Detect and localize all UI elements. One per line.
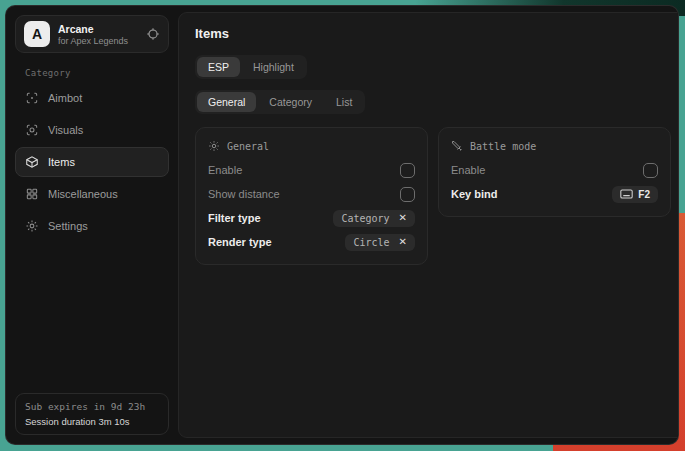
sidebar-item-visuals[interactable]: Visuals <box>15 115 169 145</box>
sidebar-item-settings[interactable]: Settings <box>15 211 169 241</box>
sidebar-category-label: Category <box>25 68 169 78</box>
sidebar: A Arcane for Apex Legends Category <box>6 6 178 444</box>
keyboard-icon <box>620 189 633 199</box>
keybind-button[interactable]: F2 <box>612 186 658 203</box>
mode-tabs: ESP Highlight <box>195 55 307 79</box>
sidebar-item-miscellaneous[interactable]: Miscellaneous <box>15 179 169 209</box>
enable-checkbox[interactable] <box>400 163 415 178</box>
sub-tabs: General Category List <box>195 90 365 114</box>
app-meta: Arcane for Apex Legends <box>58 23 128 46</box>
tab-category[interactable]: Category <box>258 92 323 112</box>
setting-label: Show distance <box>208 188 280 200</box>
setting-label: Enable <box>451 164 485 176</box>
setting-label: Filter type <box>208 212 261 224</box>
card-title: Battle mode <box>470 141 536 152</box>
show-distance-checkbox[interactable] <box>400 187 415 202</box>
sidebar-item-aimbot[interactable]: Aimbot <box>15 83 169 113</box>
card-battle-mode: Battle mode Enable Key bind <box>438 127 671 217</box>
items-package-icon <box>25 155 39 169</box>
subscription-info-card: Sub expires in 9d 23h Session duration 3… <box>15 393 169 435</box>
setting-row-enable: Enable <box>451 158 658 182</box>
selected-value: Circle <box>353 237 389 248</box>
sidebar-item-items[interactable]: Items <box>15 147 169 177</box>
card-title: General <box>227 141 269 152</box>
crosshair-icon[interactable] <box>146 27 160 41</box>
tab-general[interactable]: General <box>197 92 256 112</box>
sidebar-item-label: Items <box>48 156 75 168</box>
setting-row-show-distance: Show distance <box>208 182 415 206</box>
tab-highlight[interactable]: Highlight <box>242 57 305 77</box>
sidebar-header-card: A Arcane for Apex Legends <box>15 15 169 53</box>
app-title: Arcane <box>58 23 128 35</box>
sidebar-item-label: Aimbot <box>48 92 82 104</box>
card-general-header: General <box>208 137 415 155</box>
page-title: Items <box>195 26 671 41</box>
sub-expires-text: Sub expires in 9d 23h <box>25 401 159 412</box>
settings-cards: General Enable Show distance Filter type… <box>195 127 671 265</box>
miscellaneous-grid-icon <box>25 187 39 201</box>
setting-row-enable: Enable <box>208 158 415 182</box>
setting-row-render-type: Render type Circle ✕ <box>208 230 415 254</box>
app-subtitle: for Apex Legends <box>58 36 128 46</box>
sun-icon <box>208 140 220 152</box>
visuals-focus-icon <box>25 123 39 137</box>
selected-value: Category <box>341 213 389 224</box>
setting-row-key-bind: Key bind F2 <box>451 182 658 206</box>
setting-label: Render type <box>208 236 272 248</box>
sidebar-nav: Aimbot Visuals Items <box>15 83 169 241</box>
battle-enable-checkbox[interactable] <box>643 163 658 178</box>
clear-icon[interactable]: ✕ <box>399 237 407 247</box>
card-battle-mode-header: Battle mode <box>451 137 658 155</box>
keybind-value: F2 <box>638 189 650 200</box>
app-logo: A <box>24 21 50 47</box>
filter-type-select[interactable]: Category ✕ <box>333 210 415 227</box>
clear-icon[interactable]: ✕ <box>399 213 407 223</box>
tab-list[interactable]: List <box>325 92 363 112</box>
sidebar-item-label: Visuals <box>48 124 83 136</box>
sidebar-item-label: Settings <box>48 220 88 232</box>
setting-label: Enable <box>208 164 242 176</box>
setting-label: Key bind <box>451 188 497 200</box>
aimbot-crosshair-icon <box>25 91 39 105</box>
sword-icon <box>451 140 463 152</box>
setting-row-filter-type: Filter type Category ✕ <box>208 206 415 230</box>
session-duration-text: Session duration 3m 10s <box>25 416 159 427</box>
render-type-select[interactable]: Circle ✕ <box>345 234 415 251</box>
sidebar-item-label: Miscellaneous <box>48 188 118 200</box>
main-panel: Items ESP Highlight General Category Lis… <box>178 12 679 438</box>
card-general: General Enable Show distance Filter type… <box>195 127 428 265</box>
app-window: A Arcane for Apex Legends Category <box>5 5 679 445</box>
tab-esp[interactable]: ESP <box>197 57 240 77</box>
settings-gear-icon <box>25 219 39 233</box>
